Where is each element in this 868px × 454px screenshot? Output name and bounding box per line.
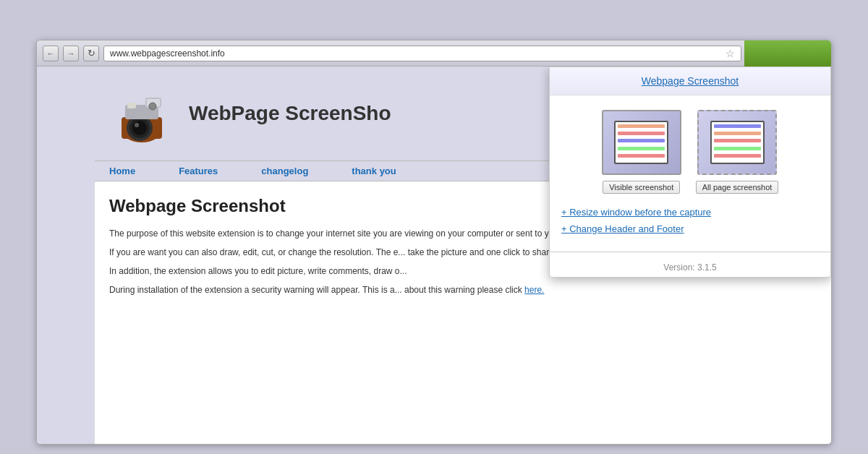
browser-toolbar: ← → ↻ www.webpagescreenshot.info ☆ 🔧 ⚙ 📷… (37, 40, 831, 67)
resize-window-link[interactable]: + Resize window before the capture (561, 207, 819, 218)
nav-changelog[interactable]: changelog (261, 166, 308, 176)
bar-1 (618, 124, 665, 128)
paragraph-4: During installation of the extension a s… (109, 283, 817, 296)
nav-thankyou[interactable]: thank you (352, 166, 396, 176)
ap-bar-5 (714, 154, 761, 158)
popup-version: Version: 3.1.5 (550, 258, 830, 277)
all-page-screenshot-thumb (697, 110, 777, 175)
back-button[interactable]: ← (43, 46, 59, 61)
visible-screenshot-option[interactable]: Visible screenshot (602, 110, 681, 194)
all-page-screenshot-option[interactable]: All page screenshot (696, 110, 779, 194)
bar-5 (618, 154, 665, 158)
here-link[interactable]: here. (524, 285, 544, 295)
visible-screenshot-thumb (602, 110, 681, 175)
allpage-mini-screen (712, 122, 763, 163)
ap-bar-3 (714, 139, 761, 142)
bookmark-icon[interactable]: ☆ (726, 48, 735, 59)
forward-button[interactable]: → (63, 46, 79, 61)
extension-popup: Webpage Screenshot (549, 67, 831, 278)
bar-4 (618, 147, 665, 150)
svg-rect-9 (127, 103, 136, 108)
site-title: WebPage ScreenSho (189, 102, 391, 125)
sidebar-left (37, 93, 95, 444)
visible-screenshot-label[interactable]: Visible screenshot (603, 181, 680, 194)
bar-2 (618, 132, 665, 135)
popup-header: Webpage Screenshot (550, 67, 830, 95)
camera-robot-icon (109, 77, 174, 150)
ap-bar-1 (714, 124, 761, 128)
header-footer-link[interactable]: + Change Header and Footer (561, 223, 819, 234)
allpage-monitor-icon (710, 121, 765, 164)
popup-title[interactable]: Webpage Screenshot (642, 75, 739, 87)
popup-links-section: + Resize window before the capture + Cha… (550, 201, 830, 246)
ap-bar-2 (714, 132, 761, 135)
visible-monitor-icon (614, 121, 668, 164)
browser-content: WebPage ScreenSho Home Features changelo… (37, 67, 831, 444)
refresh-button[interactable]: ↻ (83, 46, 99, 61)
popup-divider (550, 252, 830, 252)
green-bar-decoration (744, 40, 831, 67)
nav-features[interactable]: Features (179, 166, 218, 176)
bar-3 (618, 139, 665, 142)
nav-home[interactable]: Home (109, 166, 135, 176)
ap-bar-4 (714, 147, 761, 150)
popup-screenshot-options: Visible screenshot (550, 95, 830, 201)
svg-point-10 (149, 103, 156, 110)
all-page-screenshot-label[interactable]: All page screenshot (696, 181, 779, 194)
browser-window: ← → ↻ www.webpagescreenshot.info ☆ 🔧 ⚙ 📷… (36, 40, 832, 445)
url-text: www.webpagescreenshot.info (110, 48, 723, 59)
svg-point-5 (135, 123, 139, 127)
address-bar[interactable]: www.webpagescreenshot.info ☆ (103, 46, 741, 61)
svg-point-4 (132, 121, 147, 135)
mini-screen-content (616, 122, 667, 163)
